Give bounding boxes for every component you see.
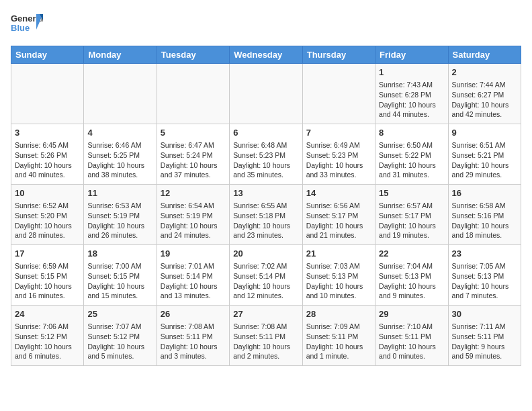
day-cell: 13Sunrise: 6:55 AM Sunset: 5:18 PM Dayli… — [230, 185, 302, 245]
day-number: 2 — [452, 66, 517, 79]
day-number: 29 — [379, 308, 444, 320]
week-row-3: 10Sunrise: 6:52 AM Sunset: 5:20 PM Dayli… — [11, 185, 521, 245]
day-cell: 21Sunrise: 7:03 AM Sunset: 5:13 PM Dayli… — [302, 245, 375, 306]
day-info: Sunrise: 7:06 AM Sunset: 5:12 PM Dayligh… — [15, 322, 80, 361]
day-info: Sunrise: 6:47 AM Sunset: 5:24 PM Dayligh… — [161, 140, 226, 180]
day-info: Sunrise: 6:59 AM Sunset: 5:15 PM Dayligh… — [15, 261, 80, 301]
day-info: Sunrise: 7:00 AM Sunset: 5:15 PM Dayligh… — [87, 261, 152, 301]
day-cell — [302, 64, 375, 124]
day-info: Sunrise: 6:49 AM Sunset: 5:23 PM Dayligh… — [306, 140, 371, 180]
week-row-5: 24Sunrise: 7:06 AM Sunset: 5:12 PM Dayli… — [11, 306, 521, 366]
day-number: 30 — [452, 308, 517, 320]
day-cell: 26Sunrise: 7:08 AM Sunset: 5:11 PM Dayli… — [157, 306, 229, 366]
day-info: Sunrise: 7:43 AM Sunset: 6:28 PM Dayligh… — [379, 80, 444, 120]
day-info: Sunrise: 6:46 AM Sunset: 5:25 PM Dayligh… — [87, 140, 152, 180]
day-number: 8 — [379, 127, 444, 139]
header-day-monday: Monday — [84, 46, 157, 64]
logo: GeneralBlue — [11, 11, 44, 38]
day-number: 10 — [15, 187, 80, 199]
day-number: 6 — [233, 127, 298, 139]
day-number: 1 — [379, 66, 444, 79]
calendar-table: SundayMondayTuesdayWednesdayThursdayFrid… — [11, 46, 521, 366]
day-cell — [84, 64, 157, 124]
day-number: 27 — [233, 308, 298, 320]
day-info: Sunrise: 7:05 AM Sunset: 5:13 PM Dayligh… — [452, 261, 517, 301]
day-info: Sunrise: 7:11 AM Sunset: 5:11 PM Dayligh… — [452, 322, 517, 361]
calendar-header: SundayMondayTuesdayWednesdayThursdayFrid… — [11, 46, 521, 64]
day-info: Sunrise: 6:53 AM Sunset: 5:19 PM Dayligh… — [87, 201, 152, 240]
day-cell: 8Sunrise: 6:50 AM Sunset: 5:22 PM Daylig… — [375, 124, 448, 185]
day-info: Sunrise: 7:09 AM Sunset: 5:11 PM Dayligh… — [306, 322, 371, 361]
day-cell — [11, 64, 84, 124]
day-number: 22 — [379, 248, 444, 260]
day-info: Sunrise: 6:48 AM Sunset: 5:23 PM Dayligh… — [233, 140, 298, 180]
day-info: Sunrise: 7:01 AM Sunset: 5:14 PM Dayligh… — [161, 261, 226, 301]
day-info: Sunrise: 7:07 AM Sunset: 5:12 PM Dayligh… — [87, 322, 152, 361]
day-cell: 2Sunrise: 7:44 AM Sunset: 6:27 PM Daylig… — [448, 64, 521, 124]
header-day-friday: Friday — [375, 46, 448, 64]
day-number: 12 — [161, 187, 226, 199]
header-day-tuesday: Tuesday — [157, 46, 229, 64]
day-info: Sunrise: 6:54 AM Sunset: 5:19 PM Dayligh… — [161, 201, 226, 240]
day-info: Sunrise: 7:08 AM Sunset: 5:11 PM Dayligh… — [161, 322, 226, 361]
day-cell: 10Sunrise: 6:52 AM Sunset: 5:20 PM Dayli… — [11, 185, 84, 245]
day-info: Sunrise: 6:56 AM Sunset: 5:17 PM Dayligh… — [306, 201, 371, 240]
day-number: 13 — [233, 187, 298, 199]
day-info: Sunrise: 7:08 AM Sunset: 5:11 PM Dayligh… — [233, 322, 298, 361]
day-info: Sunrise: 6:51 AM Sunset: 5:21 PM Dayligh… — [452, 140, 517, 180]
day-cell: 7Sunrise: 6:49 AM Sunset: 5:23 PM Daylig… — [302, 124, 375, 185]
day-info: Sunrise: 7:03 AM Sunset: 5:13 PM Dayligh… — [306, 261, 371, 301]
day-cell: 12Sunrise: 6:54 AM Sunset: 5:19 PM Dayli… — [157, 185, 229, 245]
header-row: SundayMondayTuesdayWednesdayThursdayFrid… — [11, 46, 521, 64]
day-number: 14 — [306, 187, 371, 199]
day-info: Sunrise: 6:52 AM Sunset: 5:20 PM Dayligh… — [15, 201, 80, 240]
day-cell: 14Sunrise: 6:56 AM Sunset: 5:17 PM Dayli… — [302, 185, 375, 245]
day-cell: 16Sunrise: 6:58 AM Sunset: 5:16 PM Dayli… — [448, 185, 521, 245]
page-header: GeneralBlue — [11, 11, 521, 38]
day-number: 21 — [306, 248, 371, 260]
day-number: 24 — [15, 308, 80, 320]
day-number: 15 — [379, 187, 444, 199]
day-number: 3 — [15, 127, 80, 139]
header-day-saturday: Saturday — [448, 46, 521, 64]
day-cell: 5Sunrise: 6:47 AM Sunset: 5:24 PM Daylig… — [157, 124, 229, 185]
header-day-sunday: Sunday — [11, 46, 84, 64]
day-info: Sunrise: 7:44 AM Sunset: 6:27 PM Dayligh… — [452, 80, 517, 120]
day-cell: 25Sunrise: 7:07 AM Sunset: 5:12 PM Dayli… — [84, 306, 157, 366]
day-cell: 23Sunrise: 7:05 AM Sunset: 5:13 PM Dayli… — [448, 245, 521, 306]
day-cell: 17Sunrise: 6:59 AM Sunset: 5:15 PM Dayli… — [11, 245, 84, 306]
svg-text:Blue: Blue — [11, 23, 30, 33]
week-row-2: 3Sunrise: 6:45 AM Sunset: 5:26 PM Daylig… — [11, 124, 521, 185]
header-day-thursday: Thursday — [302, 46, 375, 64]
day-cell: 15Sunrise: 6:57 AM Sunset: 5:17 PM Dayli… — [375, 185, 448, 245]
day-cell: 4Sunrise: 6:46 AM Sunset: 5:25 PM Daylig… — [84, 124, 157, 185]
logo-icon: GeneralBlue — [11, 11, 44, 38]
day-info: Sunrise: 6:57 AM Sunset: 5:17 PM Dayligh… — [379, 201, 444, 240]
day-number: 16 — [452, 187, 517, 199]
day-cell — [230, 64, 302, 124]
day-cell: 6Sunrise: 6:48 AM Sunset: 5:23 PM Daylig… — [230, 124, 302, 185]
day-cell: 9Sunrise: 6:51 AM Sunset: 5:21 PM Daylig… — [448, 124, 521, 185]
day-info: Sunrise: 6:55 AM Sunset: 5:18 PM Dayligh… — [233, 201, 298, 240]
day-cell: 20Sunrise: 7:02 AM Sunset: 5:14 PM Dayli… — [230, 245, 302, 306]
day-info: Sunrise: 6:45 AM Sunset: 5:26 PM Dayligh… — [15, 140, 80, 180]
day-cell: 30Sunrise: 7:11 AM Sunset: 5:11 PM Dayli… — [448, 306, 521, 366]
header-day-wednesday: Wednesday — [230, 46, 302, 64]
day-info: Sunrise: 6:50 AM Sunset: 5:22 PM Dayligh… — [379, 140, 444, 180]
day-number: 11 — [87, 187, 152, 199]
day-info: Sunrise: 7:02 AM Sunset: 5:14 PM Dayligh… — [233, 261, 298, 301]
day-number: 5 — [161, 127, 226, 139]
day-number: 23 — [452, 248, 517, 260]
day-number: 26 — [161, 308, 226, 320]
day-number: 7 — [306, 127, 371, 139]
day-number: 17 — [15, 248, 80, 260]
day-info: Sunrise: 6:58 AM Sunset: 5:16 PM Dayligh… — [452, 201, 517, 240]
day-number: 4 — [87, 127, 152, 139]
day-cell: 19Sunrise: 7:01 AM Sunset: 5:14 PM Dayli… — [157, 245, 229, 306]
day-info: Sunrise: 7:04 AM Sunset: 5:13 PM Dayligh… — [379, 261, 444, 301]
day-number: 9 — [452, 127, 517, 139]
day-number: 25 — [87, 308, 152, 320]
week-row-1: 1Sunrise: 7:43 AM Sunset: 6:28 PM Daylig… — [11, 64, 521, 124]
day-cell: 22Sunrise: 7:04 AM Sunset: 5:13 PM Dayli… — [375, 245, 448, 306]
day-cell: 1Sunrise: 7:43 AM Sunset: 6:28 PM Daylig… — [375, 64, 448, 124]
